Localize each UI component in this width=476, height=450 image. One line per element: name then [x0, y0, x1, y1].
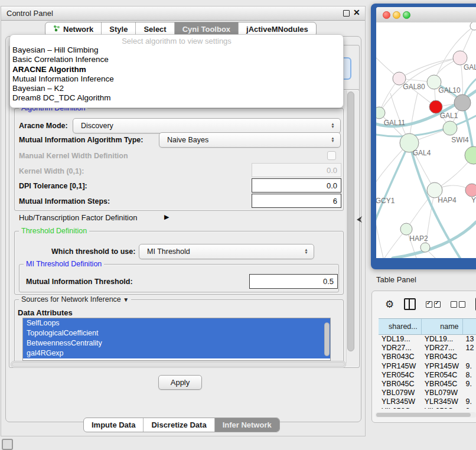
algorithm-option[interactable]: Mutual Information Inference	[10, 74, 343, 84]
close-icon[interactable]: ✕	[353, 8, 360, 17]
table-cell: YBL079W	[422, 389, 463, 397]
data-attributes-list[interactable]: SelfLoopsTopologicalCoefficientBetweenne…	[22, 318, 331, 361]
tab-infer-network[interactable]: Infer Network	[215, 418, 279, 432]
table-cell	[463, 389, 476, 397]
stepper-icon: ▲▼	[329, 123, 337, 128]
algorithm-option[interactable]: Bayesian – K2	[10, 84, 343, 93]
attribute-item[interactable]: BetweennessCentrality	[23, 338, 330, 348]
table-cell: 9.	[463, 397, 476, 406]
table-cell: 12	[463, 344, 476, 353]
close-traffic-light-icon[interactable]	[383, 11, 390, 19]
algorithm-option[interactable]: Bayesian – Hill Climbing	[10, 45, 343, 55]
control-panel-titlebar[interactable]: Control Panel ✕	[1, 6, 365, 21]
settings-scrollbar-track[interactable]	[346, 90, 355, 363]
network-graph: GALGAL80GAL10GAL1GAL11SWI4GAL4GCY1HAP4YH…	[376, 22, 476, 258]
deselect-all-checks-icon[interactable]	[451, 301, 465, 308]
manual-kernel-label: Manual Kernel Width Definition	[19, 152, 128, 160]
network-node[interactable]	[376, 107, 385, 119]
network-node[interactable]	[470, 22, 476, 30]
tab-label: Cyni Toolbox	[182, 25, 230, 34]
which-threshold-value: MI Threshold	[139, 247, 302, 256]
network-edge-highlighted	[376, 143, 409, 230]
network-node[interactable]	[400, 223, 412, 235]
table-hscrollbar[interactable]	[375, 412, 476, 418]
table-row[interactable]: YBR045CYBR045C9.	[379, 380, 476, 389]
network-node[interactable]	[454, 94, 471, 111]
task-tabs: Impute DataDiscretize DataInfer Network	[83, 418, 280, 432]
algorithm-option[interactable]: Basic Correlation Inference	[10, 55, 343, 64]
gear-icon[interactable]: ⚙	[385, 299, 394, 309]
mi-steps-input[interactable]: 6	[252, 194, 341, 208]
table-row[interactable]: YDL19...YDL19...13	[379, 335, 476, 344]
table-row[interactable]: YDR27...YDR27...12	[379, 344, 476, 353]
control-panel-window: Control Panel ✕ gal:filtered.sif default…	[1, 6, 366, 436]
network-node[interactable]	[465, 184, 476, 197]
tab-label: Select	[144, 25, 166, 34]
mi-threshold-group-title: MI Threshold Definition	[24, 260, 104, 268]
table-cell: 9.	[463, 380, 476, 389]
column-header[interactable]: shared...	[379, 319, 422, 334]
float-window-icon[interactable]	[343, 10, 350, 17]
node-label: GAL80	[403, 83, 425, 91]
attribute-item[interactable]: TopologicalCoefficient	[23, 328, 330, 338]
apply-button[interactable]: Apply	[158, 375, 202, 390]
tab-discretize-data[interactable]: Discretize Data	[144, 418, 214, 432]
node-label: GAL	[464, 63, 476, 71]
node-label: SWI4	[451, 136, 469, 144]
network-canvas[interactable]: GALGAL80GAL10GAL1GAL11SWI4GAL4GCY1HAP4YH…	[376, 22, 476, 258]
table-row[interactable]: YER054CYER054C8.	[379, 371, 476, 380]
column-header[interactable]: name	[422, 319, 463, 334]
mi-threshold-input[interactable]: 0.5	[249, 274, 338, 289]
columns-icon[interactable]	[404, 298, 416, 310]
node-label: HAP2	[409, 234, 428, 243]
threshold-group-title: Threshold Definition	[19, 227, 89, 235]
network-view-titlebar[interactable]	[376, 7, 476, 23]
mi-steps-value: 6	[333, 197, 337, 206]
network-node[interactable]	[465, 146, 476, 164]
table-cell	[463, 353, 476, 361]
mi-type-combo[interactable]: Naive Bayes ▲▼	[159, 132, 341, 148]
select-all-checks-icon[interactable]	[426, 301, 441, 308]
settings-hscrollbar[interactable]	[11, 361, 346, 368]
node-label: GCY1	[376, 197, 395, 205]
node-label: GAL4	[413, 149, 431, 157]
network-node[interactable]	[420, 243, 430, 252]
attribute-item[interactable]: gal4RGexp	[23, 348, 330, 358]
aracne-mode-combo[interactable]: Discovery ▲▼	[73, 118, 341, 133]
mi-threshold-value: 0.5	[323, 277, 334, 286]
node-label: GAL11	[384, 119, 406, 127]
which-threshold-label: Which threshold to use:	[51, 247, 135, 256]
attributes-scrollbar-thumb[interactable]	[324, 322, 330, 356]
table-cell: 13	[463, 335, 476, 344]
tab-impute-data[interactable]: Impute Data	[84, 418, 144, 432]
mi-threshold-label: Mutual Information Threshold:	[26, 278, 133, 286]
tab-label: Network	[63, 25, 93, 34]
hub-section-label[interactable]: Hub/Transcription Factor Definition	[19, 213, 137, 222]
table-cell: YPR145W	[422, 362, 463, 371]
control-panel-title: Control Panel	[6, 9, 53, 18]
network-node[interactable]	[443, 121, 457, 135]
table-row[interactable]: YBL079WYBL079W	[379, 389, 476, 397]
table-row[interactable]: YLR345WYLR345W9.	[379, 397, 476, 406]
collapse-arrow-icon[interactable]: ▼	[123, 296, 129, 303]
algorithm-option[interactable]: ARACNE Algorithm	[10, 65, 343, 74]
dpi-tolerance-input[interactable]: 0.0	[252, 178, 341, 193]
expand-arrow-icon[interactable]: ▶	[164, 213, 169, 221]
zoom-traffic-light-icon[interactable]	[403, 11, 410, 19]
manual-kernel-checkbox[interactable]	[327, 151, 336, 160]
which-threshold-combo[interactable]: MI Threshold ▲▼	[139, 244, 314, 259]
network-view-window[interactable]: GALGAL80GAL10GAL1GAL11SWI4GAL4GCY1HAP4YH…	[371, 4, 476, 269]
kernel-width-input[interactable]: 0.0	[252, 163, 341, 177]
table-row[interactable]: YIL052CYIL052C9.	[379, 407, 476, 409]
settings-scrollbar-thumb[interactable]	[347, 92, 354, 351]
table-row[interactable]: YBR043CYBR043C	[379, 353, 476, 361]
table-cell: YBR043C	[422, 353, 463, 361]
attribute-item[interactable]: SelfLoops	[23, 318, 330, 328]
algorithm-dropdown-popup: Select algorithm to view settings Bayesi…	[9, 34, 344, 108]
collapsed-panel-icon[interactable]	[2, 439, 13, 450]
algorithm-placeholder: Select algorithm to view settings	[10, 37, 343, 45]
minimize-traffic-light-icon[interactable]	[393, 11, 400, 19]
algorithm-option[interactable]: Dream8 DC_TDC Algorithm	[10, 93, 343, 103]
table-row[interactable]: YPR145WYPR145W9.	[379, 362, 476, 371]
column-header[interactable]: A	[463, 319, 476, 334]
